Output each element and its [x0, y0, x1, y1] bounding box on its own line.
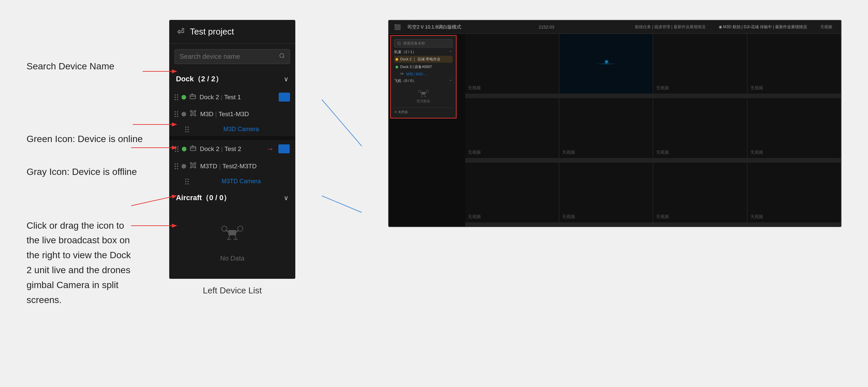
svg-rect-15	[192, 112, 194, 114]
device-name-3: Dock 2 | Test 2	[200, 145, 263, 153]
preview-cell-2	[559, 34, 653, 94]
preview-cell-4: 无视频	[748, 34, 841, 94]
preview-cell-7: 无视频	[653, 98, 747, 158]
preview-cell-8: 无视频	[748, 98, 841, 158]
cell-label-12: 无视频	[750, 214, 763, 220]
drag-dots-3[interactable]	[175, 146, 179, 152]
svg-point-5	[280, 54, 284, 57]
live-icon-3[interactable]	[278, 144, 290, 153]
annotation-gray: Gray Icon: Device is offline	[27, 165, 143, 178]
cell-label-6: 无视频	[562, 149, 575, 155]
preview-cell-1: 无视频	[465, 34, 558, 94]
preview-header: ⬛ 司空2 V 10.1.8调白版模式 2152:03 航线任务 | 疏凌管理 …	[389, 21, 841, 34]
svg-line-34	[322, 99, 362, 146]
panel-header: ⏎ Test project	[169, 20, 295, 44]
cell-label-4: 无视频	[750, 85, 763, 91]
popup-dock-label: 机巢（2 / 1）	[394, 50, 416, 54]
drag-dots-1[interactable]	[175, 94, 178, 100]
cell-label-1: 无视频	[468, 85, 481, 91]
svg-rect-18	[281, 147, 285, 150]
dock-icon-3	[190, 145, 196, 153]
live-icon-1[interactable]	[279, 93, 290, 101]
preview-tab-1[interactable]: 航线任务 | 疏凌管理 | 最新作业展现情况	[632, 24, 709, 30]
popup-aircraft-header: 飞机（0 / 0）	[394, 78, 453, 83]
cell-label-9: 无视频	[468, 214, 481, 220]
popup-dock-header: 机巢（2 / 1）	[394, 50, 453, 54]
popup-search[interactable]: 搜索设备名称	[394, 39, 453, 48]
svg-line-45	[422, 95, 422, 97]
annotation-search: Search Device Name	[27, 60, 143, 73]
no-data-icon	[219, 221, 246, 249]
preview-cell-11: 无视频	[653, 162, 747, 222]
annotations-area: Search Device Name Green Icon: Device is…	[27, 20, 143, 307]
preview-tab-2[interactable]: ◉ M3D 航拍 | DJi-花城 传输中 | 最新作业展现情况	[715, 24, 810, 30]
preview-cell-9: 无视频	[465, 162, 558, 222]
preview-logo-icon: ⬛	[394, 24, 401, 30]
preview-tab-3[interactable]: 无视频	[817, 24, 835, 30]
annotation-green: Green Icon: Device is online	[27, 132, 143, 145]
drag-dots-cam-2[interactable]	[185, 179, 189, 184]
svg-rect-24	[192, 164, 194, 166]
search-input[interactable]	[180, 53, 276, 60]
dock-item-4[interactable]: M3TD | Test2-M3TD	[169, 158, 295, 175]
dock-item-2[interactable]: M3D | Test1-M3D	[169, 106, 295, 122]
preview-cell-10: 无视频	[559, 162, 653, 222]
popup-search-text: 搜索设备名称	[403, 41, 425, 46]
svg-point-44	[426, 90, 429, 93]
dock-item-3[interactable]: Dock 2 | Test 2 →	[169, 140, 295, 158]
panel-label: Left Device List	[203, 286, 262, 296]
preview-cell-3: 无视频	[653, 34, 747, 94]
camera-label-2[interactable]: M3TD Camera	[192, 178, 290, 185]
svg-point-28	[222, 226, 227, 231]
aircraft-section-header[interactable]: Aircraft（0 / 0） ∨	[169, 188, 295, 207]
drag-dots-2[interactable]	[175, 111, 178, 117]
dock-section-title: Dock（2 / 2）	[176, 74, 223, 84]
svg-marker-19	[285, 147, 287, 150]
annotation-click: Click or drag the icon tothe live broadc…	[27, 218, 143, 308]
svg-rect-38	[401, 73, 402, 75]
dock-item-1[interactable]: Dock 2 | Test 1	[169, 89, 295, 106]
drone-icon-4	[189, 161, 197, 171]
cell-label-11: 无视频	[656, 214, 669, 220]
status-dot-online-1	[182, 95, 186, 99]
drag-dots-4[interactable]	[175, 163, 178, 169]
drag-dots-cam-1[interactable]	[185, 126, 189, 132]
preview-grid: 无视频 无视频 无视频	[465, 34, 841, 226]
cell-label-3: 无视频	[656, 85, 669, 91]
device-name-1: Dock 2 | Test 1	[199, 94, 275, 101]
popup-aircraft-label: 飞机（0 / 0）	[394, 78, 416, 83]
popup-dot-orange	[396, 58, 398, 61]
popup-dock-item-1[interactable]: Dock 2 ｜ 花城 带电作业	[394, 56, 453, 63]
popup-close-btn[interactable]: ✕ 关闭画	[394, 110, 408, 115]
popup-dock-name-1: Dock 2 ｜ 花城 带电作业	[400, 57, 440, 62]
popup-dock-item-3[interactable]: M3D | M3D-...	[394, 71, 453, 77]
camera-item-1[interactable]: M3D Camera	[169, 122, 295, 136]
preview-panel: ⬛ 司空2 V 10.1.8调白版模式 2152:03 航线任务 | 疏凌管理 …	[388, 20, 841, 227]
panel-title: Test project	[190, 27, 234, 37]
status-dot-online-3	[182, 147, 186, 151]
search-bar[interactable]	[175, 49, 290, 64]
svg-rect-25	[228, 230, 236, 235]
svg-line-46	[425, 95, 425, 97]
dock-section-header[interactable]: Dock（2 / 2） ∨	[169, 69, 295, 89]
svg-point-21	[195, 162, 196, 164]
popup-dock-item-2[interactable]: Dock 3 | 设备#0007	[394, 63, 453, 70]
camera-label-1[interactable]: M3D Camera	[192, 126, 290, 133]
svg-rect-40	[422, 92, 425, 95]
arrow-right-icon: →	[267, 145, 274, 153]
back-icon[interactable]: ⏎	[177, 27, 184, 37]
popup-device-list: 搜索设备名称 机巢（2 / 1） Dock 2 ｜ 花城 带电作业 Doc	[390, 35, 457, 118]
svg-point-22	[190, 167, 192, 168]
svg-point-12	[195, 111, 196, 112]
preview-cell-6: 无视频	[559, 98, 653, 158]
connector-line-svg	[322, 80, 362, 279]
svg-rect-9	[282, 95, 285, 98]
drone-icon-2	[189, 110, 197, 118]
popup-footer: ✕ 关闭画	[394, 108, 453, 115]
device-panel: ⏎ Test project Dock（2 / 2） ∨	[169, 20, 295, 279]
popup-dot-green	[396, 66, 398, 68]
preview-title: 司空2 V 10.1.8调白版模式	[407, 24, 461, 30]
status-dot-offline-2	[182, 112, 186, 117]
aircraft-chevron-icon: ∨	[284, 194, 289, 202]
camera-item-2[interactable]: M3TD Camera	[169, 175, 295, 188]
